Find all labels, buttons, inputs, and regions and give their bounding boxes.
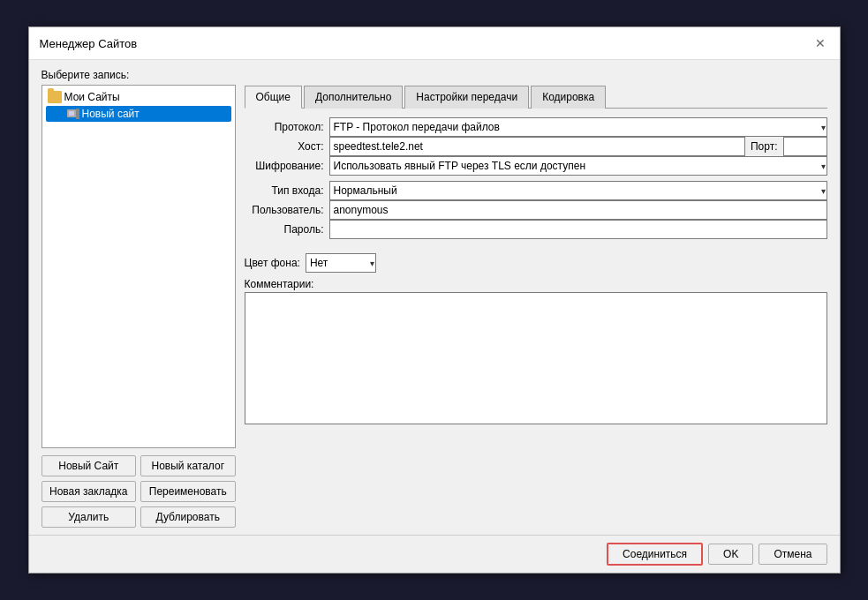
choose-label: Выберите запись: — [42, 69, 827, 81]
bottom-bar: Соединиться OK Отмена — [29, 535, 840, 573]
close-button[interactable]: ✕ — [811, 34, 829, 52]
right-form: Протокол: FTP - Протокол передачи файлов… — [245, 117, 827, 528]
port-input[interactable] — [783, 137, 827, 156]
tab-advanced[interactable]: Дополнительно — [304, 86, 403, 109]
encryption-row: Шифрование: Использовать явный FTP через… — [245, 156, 827, 176]
main-area: Мои Сайты Новый сайт — [42, 85, 827, 528]
user-label: Пользователь: — [245, 204, 324, 216]
bg-color-select-wrapper: Нет ▾ — [306, 253, 376, 273]
spacer2 — [245, 239, 827, 248]
tabs: Общие Дополнительно Настройки передачи К… — [245, 85, 827, 109]
protocol-label: Протокол: — [245, 121, 324, 133]
login-type-label: Тип входа: — [245, 184, 324, 197]
user-row: Пользователь: — [245, 200, 827, 220]
comment-area-wrapper — [245, 292, 827, 528]
login-type-row: Тип входа: Нормальный ▾ — [245, 181, 827, 200]
tree-item-label: Новый сайт — [82, 108, 140, 120]
tab-general[interactable]: Общие — [245, 86, 302, 109]
password-row: Пароль: — [245, 220, 827, 239]
tree-area[interactable]: Мои Сайты Новый сайт — [42, 85, 236, 448]
folder-label: Мои Сайты — [64, 91, 120, 103]
right-panel: Общие Дополнительно Настройки передачи К… — [245, 85, 827, 528]
protocol-select[interactable]: FTP - Протокол передачи файлов — [329, 117, 827, 137]
encryption-select-wrapper: Использовать явный FTP через TLS если до… — [329, 156, 827, 176]
port-label: Порт: — [751, 140, 778, 153]
tab-encoding[interactable]: Кодировка — [531, 86, 606, 109]
bg-color-label: Цвет фона: — [245, 257, 300, 269]
protocol-row: Протокол: FTP - Протокол передачи файлов… — [245, 117, 827, 137]
left-panel: Мои Сайты Новый сайт — [42, 85, 236, 528]
new-bookmark-button[interactable]: Новая закладка — [42, 481, 137, 502]
duplicate-button[interactable]: Дублировать — [140, 506, 236, 528]
title-bar: Менеджер Сайтов ✕ — [29, 27, 840, 60]
comments-label: Комментарии: — [245, 278, 827, 290]
rename-button[interactable]: Переименовать — [140, 481, 236, 502]
login-type-select-wrapper: Нормальный ▾ — [329, 181, 827, 200]
ok-button[interactable]: OK — [708, 544, 753, 565]
password-label: Пароль: — [245, 223, 324, 236]
tree-folder[interactable]: Мои Сайты — [46, 89, 231, 105]
left-buttons: Новый Сайт Новый каталог Новая закладка … — [42, 455, 236, 528]
tab-transfer[interactable]: Настройки передачи — [404, 86, 529, 109]
tree-item-new-site[interactable]: Новый сайт — [46, 106, 231, 122]
site-manager-dialog: Менеджер Сайтов ✕ Выберите запись: Мои С… — [28, 26, 841, 574]
new-site-button[interactable]: Новый Сайт — [42, 455, 137, 476]
bg-color-select[interactable]: Нет — [306, 253, 376, 273]
comments-textarea[interactable] — [245, 292, 827, 424]
svg-rect-1 — [69, 111, 74, 116]
user-input[interactable] — [329, 200, 827, 220]
bg-color-row: Цвет фона: Нет ▾ — [245, 253, 827, 273]
site-icon — [67, 109, 79, 119]
encryption-label: Шифрование: — [245, 160, 324, 172]
encryption-select[interactable]: Использовать явный FTP через TLS если до… — [329, 156, 827, 176]
host-row: Хост: Порт: — [245, 137, 827, 156]
cancel-button[interactable]: Отмена — [759, 544, 826, 565]
host-input[interactable] — [329, 137, 745, 156]
protocol-select-wrapper: FTP - Протокол передачи файлов ▾ — [329, 117, 827, 137]
new-catalog-button[interactable]: Новый каталог — [140, 455, 236, 476]
host-label: Хост: — [245, 140, 324, 153]
login-type-select[interactable]: Нормальный — [329, 181, 827, 200]
password-input[interactable] — [329, 220, 827, 239]
dialog-title: Менеджер Сайтов — [40, 37, 138, 50]
folder-icon — [48, 91, 62, 103]
connect-button[interactable]: Соединиться — [607, 543, 703, 566]
dialog-body: Выберите запись: Мои Сайты — [29, 60, 840, 535]
svg-rect-2 — [76, 109, 79, 119]
delete-button[interactable]: Удалить — [42, 506, 137, 528]
